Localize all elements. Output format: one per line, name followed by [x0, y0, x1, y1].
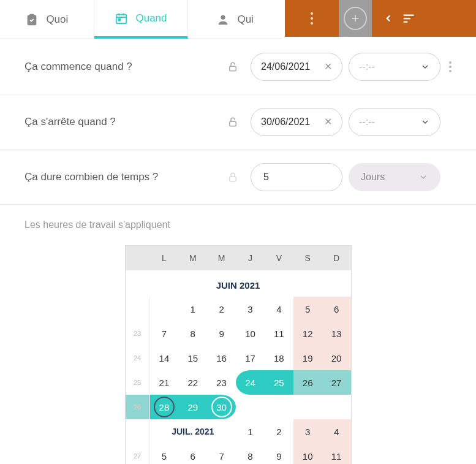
calendar-day[interactable]: 11 [322, 444, 351, 464]
calendar-month-label: JUIL. 2021 [150, 419, 236, 444]
calendar-day[interactable]: 2 [207, 297, 236, 321]
calendar-day[interactable]: 5 [293, 297, 322, 321]
tab-qui[interactable]: Qui [188, 0, 282, 39]
start-time-input[interactable]: --:-- [349, 53, 440, 81]
svg-rect-4 [404, 21, 407, 23]
calendar-day[interactable]: 18 [265, 346, 293, 370]
week-number: 27 [126, 444, 150, 464]
svg-rect-10 [119, 18, 121, 20]
calendar-day[interactable]: 6 [178, 444, 207, 464]
weekday: D [322, 246, 351, 270]
unlock-icon[interactable] [227, 61, 238, 72]
calendar-day[interactable]: 20 [322, 346, 351, 370]
end-time-placeholder: --:-- [359, 116, 375, 127]
calendar-day[interactable]: 13 [322, 321, 351, 346]
calendar-day[interactable]: 3 [236, 297, 265, 321]
calendar-day[interactable]: 4 [265, 297, 293, 321]
calendar-day[interactable]: 15 [178, 346, 207, 370]
calendar-day[interactable]: 3 [293, 419, 322, 444]
chevron-down-icon [420, 117, 430, 127]
toolbar-add[interactable] [339, 0, 372, 37]
svg-rect-3 [404, 18, 410, 19]
toolbar-menu-icon[interactable] [306, 0, 318, 37]
calendar-day[interactable]: 23 [207, 370, 236, 395]
calendar-day-range-start[interactable]: 24 [236, 370, 265, 395]
row-menu-icon[interactable] [449, 61, 451, 72]
tab-quand[interactable]: Quand [94, 0, 189, 39]
chevron-down-icon [418, 172, 428, 182]
svg-rect-12 [230, 66, 236, 71]
calendar-day-range-end[interactable]: 30 [207, 395, 236, 419]
calendar-day[interactable]: 2 [265, 419, 293, 444]
start-row: Ça commence quand ? 24/06/2021 ✕ --:-- [0, 39, 476, 94]
calendar-row: 26 28 29 30 [126, 395, 351, 419]
sort-icon[interactable] [402, 12, 416, 25]
duration-label: Ça dure combien de temps ? [25, 171, 227, 183]
calendar-day[interactable]: 11 [265, 321, 293, 346]
start-date-value: 24/06/2021 [261, 61, 310, 72]
calendar: L M M J V S D JUIN 2021 1 2 3 4 5 6 23 7… [125, 245, 352, 464]
weekday: L [150, 246, 179, 270]
work-hours-note: Les heures de travail s'appliquent [0, 205, 476, 245]
chevron-left-icon[interactable] [383, 13, 394, 24]
clear-icon[interactable]: ✕ [324, 61, 332, 72]
calendar-day[interactable]: 8 [236, 444, 265, 464]
calendar-day[interactable]: 12 [293, 321, 322, 346]
week-number: 26 [126, 395, 150, 419]
start-date-input[interactable]: 24/06/2021 ✕ [251, 53, 342, 81]
calendar-day[interactable]: 27 [322, 370, 351, 395]
calendar-weekday-header: L M M J V S D [126, 246, 351, 270]
calendar-day[interactable]: 5 [150, 444, 179, 464]
plus-icon [344, 7, 367, 30]
calendar-day[interactable]: 4 [322, 419, 351, 444]
calendar-day[interactable]: 14 [150, 346, 179, 370]
calendar-day[interactable]: 6 [322, 297, 351, 321]
calendar-icon [115, 12, 128, 25]
calendar-day[interactable]: 1 [236, 419, 265, 444]
week-number: 25 [126, 370, 150, 395]
toolbar-orange-left [285, 0, 339, 37]
calendar-day[interactable] [150, 297, 179, 321]
calendar-day [265, 395, 293, 419]
calendar-day[interactable]: 8 [178, 321, 207, 346]
end-time-input[interactable]: --:-- [349, 108, 440, 136]
calendar-row: 23 7 8 9 10 11 12 13 [126, 321, 351, 346]
calendar-day[interactable]: 29 [178, 395, 207, 419]
calendar-day[interactable]: 21 [150, 370, 179, 395]
week-number [126, 419, 150, 444]
clear-icon[interactable]: ✕ [324, 116, 332, 127]
duration-unit-select[interactable]: Jours [349, 163, 440, 191]
calendar-day[interactable]: 10 [236, 321, 265, 346]
calendar-day[interactable]: 10 [293, 444, 322, 464]
unlock-icon[interactable] [227, 116, 238, 127]
svg-rect-5 [30, 13, 34, 16]
tab-quoi[interactable]: Quoi [0, 0, 94, 39]
calendar-day[interactable]: 26 [293, 370, 322, 395]
svg-rect-13 [230, 121, 236, 126]
calendar-month-label: JUIN 2021 [126, 270, 351, 297]
calendar-day [322, 395, 351, 419]
calendar-day[interactable]: 16 [207, 346, 236, 370]
chevron-down-icon [420, 62, 430, 72]
end-date-input[interactable]: 30/06/2021 ✕ [251, 108, 342, 136]
calendar-day[interactable]: 1 [178, 297, 207, 321]
calendar-day[interactable]: 17 [236, 346, 265, 370]
calendar-row: 1 2 3 4 5 6 [126, 297, 351, 321]
toolbar-orange-right [372, 0, 476, 37]
calendar-day[interactable]: 25 [265, 370, 293, 395]
week-number [126, 297, 150, 321]
calendar-day[interactable]: 19 [293, 346, 322, 370]
calendar-day[interactable]: 9 [207, 321, 236, 346]
calendar-row: JUIL. 2021 1 2 3 4 [126, 419, 351, 444]
user-icon [216, 13, 230, 26]
start-time-placeholder: --:-- [359, 61, 375, 72]
duration-input[interactable]: 5 [251, 163, 342, 191]
calendar-day[interactable]: 7 [207, 444, 236, 464]
calendar-day[interactable]: 9 [265, 444, 293, 464]
weekday: M [178, 246, 207, 270]
calendar-day[interactable]: 22 [178, 370, 207, 395]
week-number: 23 [126, 321, 150, 346]
svg-rect-2 [404, 15, 414, 16]
calendar-day[interactable]: 7 [150, 321, 179, 346]
calendar-day-today[interactable]: 28 [150, 395, 179, 419]
